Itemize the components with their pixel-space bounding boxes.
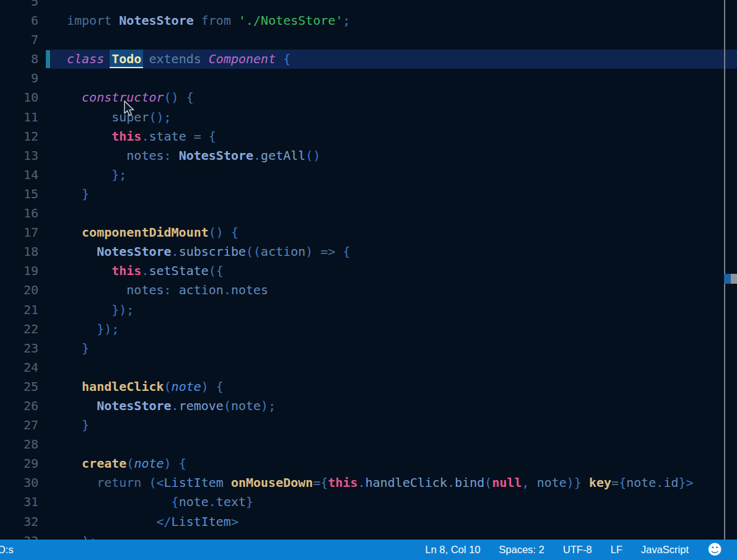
code-line-26[interactable]: 26 NotesStore.remove(note); (0, 396, 737, 416)
code-line-6[interactable]: 6import NotesStore from './NotesStore'; (0, 11, 737, 30)
status-feedback-smiley-icon[interactable]: ☻ (707, 543, 722, 557)
token-blueVar: state (149, 129, 186, 144)
line-number[interactable]: 24 (0, 358, 38, 377)
line-number[interactable]: 11 (0, 108, 38, 127)
code-line-11[interactable]: 11 super(); (0, 108, 737, 127)
status-eol[interactable]: LF (611, 544, 622, 556)
line-number[interactable]: 6 (0, 11, 38, 30)
line-number[interactable]: 19 (0, 261, 38, 281)
token-blueVar: action (261, 244, 305, 259)
editor-pane[interactable]: 56import NotesStore from './NotesStore';… (0, 0, 737, 540)
code-line-33[interactable]: 33 ); (0, 532, 737, 540)
code-text: } (67, 416, 89, 435)
code-line-16[interactable]: 16 (0, 204, 737, 223)
token-jsxTag: ListItem (172, 514, 231, 529)
token-call: remove (179, 398, 224, 413)
code-line-9[interactable]: 9 (0, 69, 737, 88)
code-line-13[interactable]: 13 notes: NotesStore.getAll() (0, 146, 737, 165)
token-slate: from (194, 13, 238, 28)
line-number[interactable]: 18 (0, 242, 38, 261)
code-line-17[interactable]: 17 componentDidMount() { (0, 223, 737, 242)
line-number[interactable]: 20 (0, 281, 38, 300)
code-line-19[interactable]: 19 this.setState({ (0, 261, 737, 281)
token-punct: { (276, 51, 290, 66)
code-line-22[interactable]: 22 }); (0, 320, 737, 339)
line-number[interactable]: 7 (0, 30, 38, 50)
status-cursor-position[interactable]: Ln 8, Col 10 (425, 544, 481, 556)
line-number[interactable]: 5 (0, 0, 38, 11)
status-indentation[interactable]: Spaces: 2 (499, 544, 544, 556)
code-text: return (<ListItem onMouseDown={this.hand… (67, 473, 694, 492)
token-punct: } (67, 341, 89, 356)
line-number[interactable]: 12 (0, 127, 38, 146)
line-number[interactable]: 15 (0, 185, 38, 204)
line-number[interactable]: 21 (0, 300, 38, 320)
code-line-7[interactable]: 7 (0, 30, 737, 50)
token-punct: } (67, 418, 89, 432)
code-line-27[interactable]: 27 } (0, 416, 737, 435)
code-text: } (67, 185, 89, 204)
token-punct: () { (209, 225, 238, 240)
token-purple: Component (209, 51, 276, 66)
code-line-21[interactable]: 21 }); (0, 300, 737, 320)
line-number[interactable]: 22 (0, 320, 38, 339)
code-line-31[interactable]: 31 {note.text} (0, 492, 737, 512)
line-number[interactable]: 16 (0, 204, 38, 223)
overview-ruler-marker-blue[interactable] (724, 274, 731, 284)
token-blueVar: notes (67, 148, 164, 163)
line-number[interactable]: 26 (0, 396, 38, 416)
status-left-text[interactable]: O:s (0, 544, 14, 556)
token-pink: this (67, 263, 141, 278)
token-punct: ; (343, 13, 351, 28)
line-number[interactable]: 29 (0, 454, 38, 473)
line-number[interactable]: 25 (0, 377, 38, 396)
code-text: } (67, 339, 89, 358)
token-punct: ( (484, 475, 492, 490)
line-number[interactable]: 10 (0, 88, 38, 107)
line-number[interactable]: 14 (0, 165, 38, 185)
token-pink: null (492, 475, 521, 490)
code-line-5[interactable]: 5 (0, 0, 737, 11)
code-line-8[interactable]: 8class Todo extends Component { (0, 50, 737, 69)
token-slate: = (611, 475, 619, 490)
code-text: notes: NotesStore.getAll() (67, 146, 320, 165)
code-line-29[interactable]: 29 create(note) { (0, 454, 737, 473)
token-slate: import (67, 13, 119, 28)
line-number[interactable]: 13 (0, 146, 38, 165)
line-number[interactable]: 30 (0, 473, 38, 492)
line-number[interactable]: 28 (0, 435, 38, 454)
code-line-30[interactable]: 30 return (<ListItem onMouseDown={this.h… (0, 473, 737, 492)
status-language[interactable]: JavaScript (641, 544, 689, 556)
code-line-20[interactable]: 20 notes: action.notes (0, 281, 737, 300)
line-number[interactable]: 8 (0, 50, 38, 69)
line-number[interactable]: 33 (0, 532, 38, 540)
token-punct: ( (126, 456, 134, 471)
line-number[interactable]: 17 (0, 223, 38, 242)
token-punct: () { (164, 90, 194, 105)
token-punct: </ (67, 514, 172, 529)
code-line-24[interactable]: 24 (0, 358, 737, 377)
code-text: ); (67, 532, 97, 540)
code-line-23[interactable]: 23 } (0, 339, 737, 358)
code-line-25[interactable]: 25 handleClick(note) { (0, 377, 737, 396)
code-line-18[interactable]: 18 NotesStore.subscribe((action) => { (0, 242, 737, 261)
code-line-32[interactable]: 32 </ListItem> (0, 512, 737, 532)
line-number[interactable]: 23 (0, 339, 38, 358)
code-line-14[interactable]: 14 }; (0, 165, 737, 185)
overview-ruler-marker-gray[interactable] (731, 274, 737, 284)
line-number[interactable]: 9 (0, 69, 38, 88)
status-encoding[interactable]: UTF-8 (563, 544, 592, 556)
token-punct: . (209, 494, 216, 509)
line-number[interactable]: 32 (0, 512, 38, 532)
line-number[interactable]: 27 (0, 416, 38, 435)
line-number[interactable]: 31 (0, 492, 38, 512)
code-line-28[interactable]: 28 (0, 435, 737, 454)
overview-ruler[interactable] (724, 0, 725, 540)
code-line-15[interactable]: 15 } (0, 185, 737, 204)
token-slateLight: extends (141, 51, 208, 66)
code-line-10[interactable]: 10 constructor() { (0, 88, 737, 107)
code-line-12[interactable]: 12 this.state = { (0, 127, 737, 146)
token-jsxTag: ListItem (164, 475, 224, 490)
token-ident: NotesStore (119, 13, 193, 28)
token-punct: }> (679, 475, 694, 490)
